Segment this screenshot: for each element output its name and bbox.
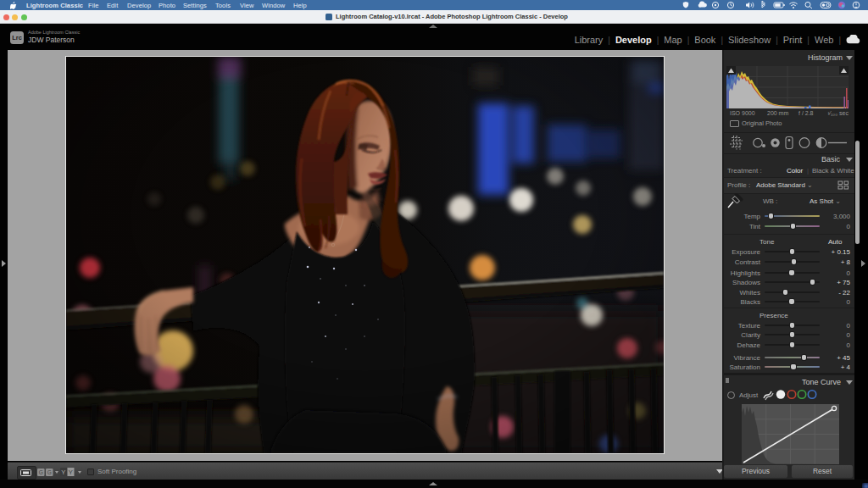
svg-text:G: G xyxy=(47,469,52,475)
svg-text:Y: Y xyxy=(69,469,73,476)
svg-text:G: G xyxy=(39,469,43,475)
svg-text:Y: Y xyxy=(61,469,65,476)
